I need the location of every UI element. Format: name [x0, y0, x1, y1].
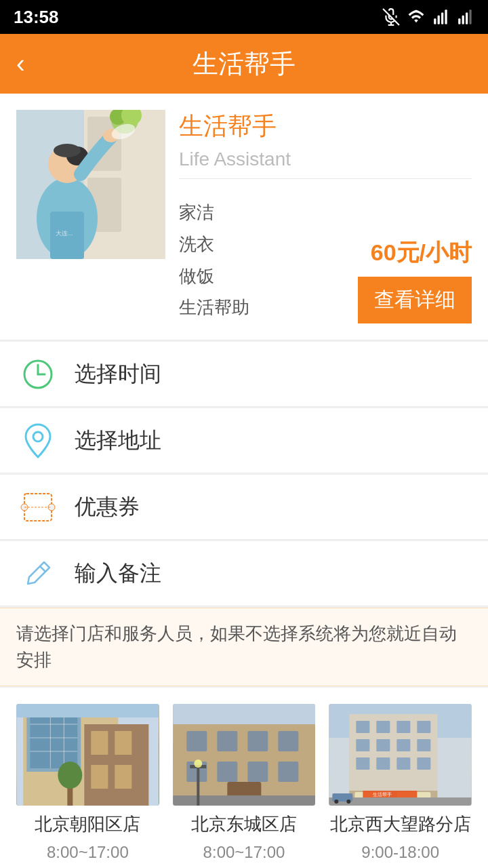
store-item-2[interactable]: 北京东城区店 8:00~17:00 — [173, 704, 316, 862]
store-image-1 — [16, 704, 159, 806]
stores-grid: 北京朝阳区店 8:00~17:00 — [16, 704, 472, 862]
svg-rect-65 — [197, 765, 199, 806]
svg-rect-81 — [397, 757, 411, 770]
service-info: 生活帮手 Life Assistant 家洁洗衣做饭生活帮助 60元/小时 查看… — [179, 110, 472, 323]
store-name-1: 北京朝阳区店 — [35, 812, 140, 836]
notice-text: 请选择门店和服务人员，如果不选择系统将为您就近自动安排 — [16, 623, 457, 670]
service-name-cn: 生活帮手 — [179, 110, 472, 143]
svg-rect-72 — [377, 721, 390, 733]
option-note-label: 输入备注 — [75, 559, 161, 589]
status-bar: 13:58 — [0, 0, 488, 34]
svg-rect-7 — [458, 18, 460, 24]
svg-rect-6 — [445, 9, 447, 24]
svg-point-29 — [33, 432, 43, 441]
svg-rect-82 — [418, 757, 431, 770]
svg-rect-78 — [418, 739, 431, 751]
svg-rect-58 — [278, 731, 298, 751]
service-price-action: 60元/小时 查看详细 — [358, 237, 472, 323]
svg-rect-38 — [30, 711, 77, 768]
svg-rect-4 — [438, 16, 440, 24]
service-middle-row: 家洁洗衣做饭生活帮助 60元/小时 查看详细 — [179, 191, 472, 323]
clock-icon — [20, 357, 56, 392]
svg-rect-46 — [115, 731, 131, 755]
svg-rect-71 — [357, 721, 370, 733]
svg-rect-5 — [441, 13, 443, 24]
pen-icon — [20, 556, 56, 591]
svg-rect-45 — [91, 731, 108, 755]
service-name-en: Life Assistant — [179, 149, 472, 179]
svg-rect-60 — [217, 762, 237, 782]
svg-rect-9 — [466, 13, 468, 24]
svg-rect-74 — [418, 721, 431, 733]
store-image-3: 生活帮手 — [329, 704, 472, 806]
svg-rect-3 — [434, 18, 436, 24]
svg-rect-77 — [397, 739, 411, 751]
store-hours-3: 9:00-18:00 — [361, 843, 439, 862]
svg-rect-61 — [247, 762, 268, 782]
svg-point-67 — [194, 760, 202, 768]
service-price: 60元/小时 — [371, 237, 472, 269]
option-address[interactable]: 选择地址 — [0, 408, 488, 473]
service-photo: 大连... — [16, 110, 165, 259]
option-address-label: 选择地址 — [75, 426, 161, 456]
service-card: 大连... 生活帮手 Life Assistant 家洁洗衣做饭生活帮助 60元… — [0, 94, 488, 340]
svg-line-34 — [40, 566, 45, 572]
service-features: 家洁洗衣做饭生活帮助 — [179, 197, 249, 323]
page-title: 生活帮手 — [192, 47, 296, 81]
store-item-3[interactable]: 生活帮手 北京西大望路分店 9:00-18:00 — [329, 704, 472, 862]
svg-rect-8 — [462, 16, 464, 24]
svg-rect-80 — [377, 757, 390, 770]
svg-rect-10 — [469, 9, 471, 24]
location-icon — [20, 423, 56, 458]
coupon-icon — [20, 490, 56, 525]
svg-text:生活帮手: 生活帮手 — [373, 792, 392, 797]
svg-rect-47 — [91, 765, 108, 789]
svg-point-51 — [58, 762, 82, 789]
svg-rect-56 — [217, 731, 237, 751]
svg-rect-48 — [115, 765, 131, 789]
option-coupon[interactable]: 优惠券 — [0, 475, 488, 540]
svg-point-91 — [347, 800, 351, 804]
store-name-2: 北京东城区店 — [191, 812, 297, 836]
wifi-icon — [407, 8, 426, 26]
svg-text:大连...: 大连... — [56, 230, 73, 237]
store-item-1[interactable]: 北京朝阳区店 8:00~17:00 — [16, 704, 159, 862]
detail-button[interactable]: 查看详细 — [358, 277, 472, 323]
notice-bar: 请选择门店和服务人员，如果不选择系统将为您就近自动安排 — [0, 608, 488, 686]
svg-rect-76 — [377, 739, 390, 751]
store-image-2 — [173, 704, 316, 806]
mute-icon — [382, 8, 400, 26]
status-time: 13:58 — [14, 7, 59, 28]
svg-rect-55 — [186, 731, 207, 751]
svg-rect-57 — [247, 731, 268, 751]
option-time[interactable]: 选择时间 — [0, 342, 488, 407]
option-time-label: 选择时间 — [75, 359, 161, 389]
stores-section: 北京朝阳区店 8:00~17:00 — [0, 688, 488, 868]
option-coupon-label: 优惠券 — [75, 492, 140, 522]
service-image: 大连... — [16, 110, 165, 259]
svg-rect-73 — [397, 721, 411, 733]
svg-rect-75 — [357, 739, 370, 751]
signal-icon — [432, 8, 450, 26]
back-button[interactable]: ‹ — [16, 50, 25, 79]
store-hours-2: 8:00~17:00 — [203, 843, 285, 862]
store-name-3: 北京西大望路分店 — [330, 812, 471, 836]
svg-point-90 — [335, 800, 339, 804]
svg-rect-49 — [16, 704, 159, 717]
signal2-icon — [457, 8, 474, 26]
svg-rect-79 — [357, 757, 370, 770]
store-hours-1: 8:00~17:00 — [47, 843, 129, 862]
header: ‹ 生活帮手 — [0, 34, 488, 94]
svg-rect-62 — [278, 762, 298, 782]
status-icons — [382, 8, 474, 26]
option-note[interactable]: 输入备注 — [0, 541, 488, 606]
svg-point-21 — [54, 144, 81, 157]
svg-rect-64 — [173, 795, 315, 806]
